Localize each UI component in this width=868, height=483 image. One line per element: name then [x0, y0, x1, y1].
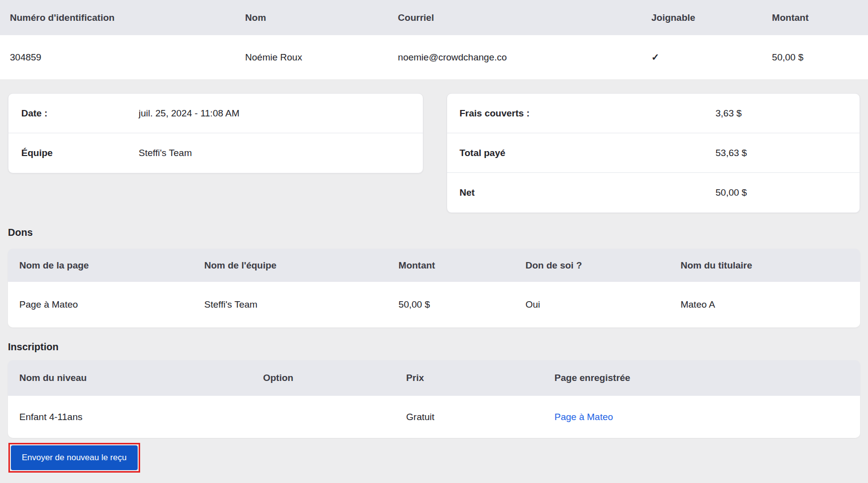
- col-header-tier-name: Nom du niveau: [8, 373, 252, 383]
- date-row: Date : juil. 25, 2024 - 11:08 AM: [8, 94, 423, 133]
- fees-row: Frais couverts : 3,63 $: [447, 94, 860, 133]
- col-header-holder-name: Nom du titulaire: [669, 260, 860, 271]
- team-row: Équipe Steffi's Team: [8, 133, 423, 173]
- net-value: 50,00 $: [715, 187, 860, 198]
- donation-holder-cell: Mateo A: [669, 299, 860, 310]
- col-header-amount: Montant: [762, 12, 868, 23]
- fees-label: Frais couverts :: [460, 108, 715, 119]
- donor-email-cell: noemie@crowdchange.co: [388, 52, 642, 63]
- net-row: Net 50,00 $: [447, 173, 860, 213]
- registration-section-title: Inscription: [8, 340, 860, 353]
- total-paid-value: 53,63 $: [715, 148, 860, 159]
- donor-table-header: Numéro d'identification Nom Courriel Joi…: [0, 0, 868, 35]
- col-header-team-name: Nom de l'équipe: [193, 260, 387, 271]
- total-paid-label: Total payé: [460, 148, 715, 159]
- col-header-donation-amount: Montant: [387, 260, 514, 271]
- donor-id-cell: 304859: [0, 52, 235, 63]
- team-value: Steffi's Team: [139, 148, 423, 159]
- date-value: juil. 25, 2024 - 11:08 AM: [139, 108, 423, 119]
- col-header-name: Nom: [235, 12, 388, 23]
- donation-team-name-cell: Steffi's Team: [193, 299, 387, 310]
- donation-page-name-cell: Page à Mateo: [8, 299, 193, 310]
- registration-row: Enfant 4-11ans Gratuit Page à Mateo: [8, 396, 860, 438]
- registration-tier-cell: Enfant 4-11ans: [8, 412, 252, 423]
- fees-value: 3,63 $: [715, 108, 860, 119]
- donations-table: Nom de la page Nom de l'équipe Montant D…: [8, 249, 860, 327]
- registration-table: Nom du niveau Option Prix Page enregistr…: [8, 360, 860, 438]
- registration-table-header: Nom du niveau Option Prix Page enregistr…: [8, 360, 860, 396]
- team-label: Équipe: [21, 148, 139, 159]
- registration-price-cell: Gratuit: [395, 412, 543, 423]
- donor-row: 304859 Noémie Roux noemie@crowdchange.co…: [0, 35, 868, 79]
- highlight-box: Envoyer de nouveau le reçu: [8, 443, 140, 473]
- donations-section-title: Dons: [8, 226, 860, 239]
- donor-amount-cell: 50,00 $: [762, 52, 868, 63]
- cards-row: Date : juil. 25, 2024 - 11:08 AM Équipe …: [8, 93, 860, 213]
- col-header-page-name: Nom de la page: [8, 260, 193, 271]
- donation-amount-cell: 50,00 $: [387, 299, 514, 310]
- registered-page-link[interactable]: Page à Mateo: [555, 412, 613, 422]
- net-label: Net: [460, 187, 715, 198]
- total-paid-row: Total payé 53,63 $: [447, 133, 860, 173]
- col-header-price: Prix: [395, 373, 543, 383]
- summary-card: Frais couverts : 3,63 $ Total payé 53,63…: [447, 93, 860, 213]
- donation-self-cell: Oui: [514, 299, 669, 310]
- donations-table-header: Nom de la page Nom de l'équipe Montant D…: [8, 249, 860, 282]
- donor-name-cell: Noémie Roux: [235, 52, 388, 63]
- date-label: Date :: [21, 108, 139, 119]
- col-header-email: Courriel: [388, 12, 642, 23]
- actions-zone: Envoyer de nouveau le reçu: [8, 443, 868, 473]
- col-header-self-donation: Don de soi ?: [514, 260, 669, 271]
- col-header-reachable: Joignable: [641, 12, 762, 23]
- col-header-registered-page: Page enregistrée: [543, 373, 860, 383]
- details-card: Date : juil. 25, 2024 - 11:08 AM Équipe …: [8, 93, 423, 173]
- col-header-id: Numéro d'identification: [0, 12, 235, 23]
- col-header-option: Option: [252, 373, 395, 383]
- resend-receipt-button[interactable]: Envoyer de nouveau le reçu: [11, 445, 138, 470]
- check-icon: ✓: [641, 52, 762, 63]
- donor-table: Numéro d'identification Nom Courriel Joi…: [0, 0, 868, 79]
- donation-row: Page à Mateo Steffi's Team 50,00 $ Oui M…: [8, 282, 860, 327]
